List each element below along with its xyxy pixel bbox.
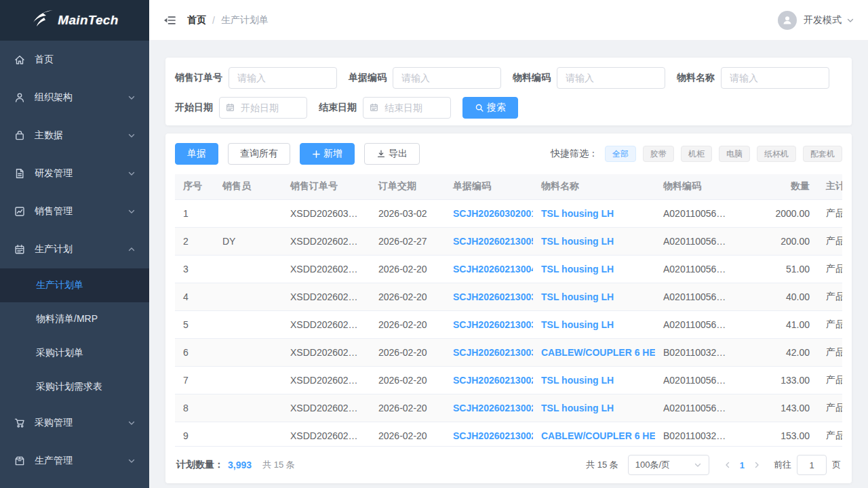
table-row[interactable]: 9XSDD202602…2026-02-20SCJH20260213002-CA…	[175, 422, 842, 446]
sidebar: MainTech 首页组织架构主数据研发管理销售管理生产计划生产计划单物料清单/…	[0, 0, 149, 488]
sidebar-item-master-data[interactable]: 主数据	[0, 117, 149, 155]
toolbar: 单据查询所有新增导出 快捷筛选： 全部胶带机柜电脑纸杯机配套机	[175, 134, 842, 174]
sidebar-item-home[interactable]: 首页	[0, 41, 149, 79]
cell-link[interactable]: CABLEW/COUPLER 6 HE	[541, 347, 655, 358]
quick-filter-pill[interactable]: 电脑	[719, 146, 750, 162]
search-button[interactable]: 搜索	[462, 97, 518, 119]
cell-link[interactable]: SCJH20260213003-	[453, 319, 533, 330]
table-cell: A020110056…	[655, 199, 743, 227]
sidebar-subitem-production-plan-order[interactable]: 生产计划单	[0, 268, 149, 302]
table-cell: 2026-02-20	[370, 422, 445, 446]
cell-link[interactable]: SCJH20260213003-	[453, 291, 533, 302]
sidebar-subitem-bom-mrp[interactable]: 物料清单/MRP	[0, 302, 149, 336]
table-cell: 产品	[818, 255, 842, 283]
table-row[interactable]: 1XSDD202603…2026-03-02SCJH20260302001-TS…	[175, 199, 842, 227]
cell-link[interactable]: SCJH20260302001-	[453, 208, 533, 219]
export-button[interactable]: 导出	[364, 143, 420, 165]
current-page[interactable]: 1	[738, 460, 747, 470]
cell-link[interactable]: SCJH20260213005-	[453, 236, 533, 247]
sidebar-item-org[interactable]: 组织架构	[0, 79, 149, 117]
table-cell: 产品	[818, 422, 842, 446]
goto-page-input[interactable]	[797, 455, 827, 475]
cell-link[interactable]: TSL housing LH	[541, 403, 614, 413]
table-cell: SCJH20260213003-	[445, 310, 533, 338]
chevron-down-icon	[127, 457, 136, 465]
quick-filter-pill[interactable]: 全部	[605, 146, 636, 162]
sidebar-item-rd-mgmt[interactable]: 研发管理	[0, 155, 149, 192]
add-button[interactable]: 新增	[300, 143, 355, 165]
cell-link[interactable]: TSL housing LH	[541, 208, 614, 219]
table-cell: TSL housing LH	[533, 227, 655, 255]
sidebar-item-production-plan[interactable]: 生产计划	[0, 230, 149, 268]
sidebar-item-label: 销售管理	[35, 205, 73, 218]
page-size-select[interactable]: 100条/页	[628, 455, 709, 475]
bag-icon	[14, 129, 26, 142]
topbar: 首页 / 生产计划单 开发模式	[149, 0, 868, 41]
material-name-input[interactable]	[721, 67, 829, 89]
chevron-down-icon	[127, 419, 136, 427]
cell-link[interactable]: SCJH20260213003-	[453, 347, 533, 358]
cell-link[interactable]: SCJH20260213004-	[453, 264, 533, 274]
table-row[interactable]: 2DYXSDD202602…2026-02-27SCJH20260213005-…	[175, 227, 842, 255]
table-cell: XSDD202602…	[282, 283, 370, 310]
table-cell: TSL housing LH	[533, 310, 655, 338]
table-cell: 7	[175, 366, 214, 394]
sidebar-item-purchase-mgmt[interactable]: 采购管理	[0, 404, 149, 442]
table-row[interactable]: 8XSDD202602…2026-02-20SCJH20260213002-TS…	[175, 394, 842, 422]
sidebar-subitem-purchase-plan-demand[interactable]: 采购计划需求表	[0, 370, 149, 404]
cell-link[interactable]: CABLEW/COUPLER 6 HE	[541, 430, 655, 441]
table-row[interactable]: 5XSDD202602…2026-02-20SCJH20260213003-TS…	[175, 310, 842, 338]
table-row[interactable]: 3XSDD202602…2026-02-20SCJH20260213004-TS…	[175, 255, 842, 283]
sidebar-item-label: 主数据	[35, 129, 63, 142]
user-menu[interactable]: 开发模式	[778, 11, 854, 30]
chevron-up-icon	[127, 245, 136, 253]
logo-text: MainTech	[58, 13, 118, 28]
user-icon	[14, 92, 26, 104]
filter-group-material-name: 物料名称	[677, 67, 829, 89]
sidebar-subitem-purchase-plan-order[interactable]: 采购计划单	[0, 336, 149, 370]
sidebar-item-production-mgmt[interactable]: 生产管理	[0, 442, 149, 480]
sidebar-fold-icon[interactable]	[163, 14, 176, 27]
cell-link[interactable]: TSL housing LH	[541, 375, 614, 386]
column-header: 销售订单号	[282, 174, 370, 199]
cell-link[interactable]: TSL housing LH	[541, 236, 614, 247]
doc-code-input[interactable]	[393, 67, 501, 89]
sales-order-no-input[interactable]	[229, 67, 337, 89]
page-content: 销售订单号单据编码物料编码物料名称 开始日期结束日期搜索 单据查询所有新增导出 …	[149, 41, 868, 488]
quick-filter-pill[interactable]: 纸杯机	[757, 146, 796, 162]
filter-label: 物料名称	[677, 72, 715, 84]
page-size-value: 100条/页	[635, 459, 670, 471]
end-date-input[interactable]	[363, 97, 451, 119]
prev-page-icon[interactable]	[717, 461, 738, 469]
query-all-button[interactable]: 查询所有	[228, 143, 290, 165]
cell-link[interactable]: SCJH20260213002-	[453, 403, 533, 413]
filter-group-doc-code: 单据编码	[349, 67, 501, 89]
filter-label: 销售订单号	[175, 72, 222, 84]
table-row[interactable]: 6XSDD202602…2026-02-20SCJH20260213003-CA…	[175, 338, 842, 366]
table-header-row: 序号销售员销售订单号订单交期单据编码物料名称物料编码数量主计	[175, 174, 842, 199]
cell-link[interactable]: SCJH20260213002-	[453, 430, 533, 441]
cell-link[interactable]: SCJH20260213002-	[453, 375, 533, 386]
start-date-input[interactable]	[219, 97, 307, 119]
chevron-down-icon	[694, 461, 702, 469]
cell-link[interactable]: TSL housing LH	[541, 319, 614, 330]
table-cell: XSDD202602…	[282, 310, 370, 338]
next-page-icon[interactable]	[747, 461, 767, 469]
breadcrumb-home[interactable]: 首页	[187, 14, 206, 26]
sidebar-item-sales-mgmt[interactable]: 销售管理	[0, 192, 149, 230]
cell-link[interactable]: TSL housing LH	[541, 291, 614, 302]
material-code-input[interactable]	[557, 67, 665, 89]
table-cell: SCJH20260213003-	[445, 283, 533, 310]
table-cell: 产品	[818, 199, 842, 227]
table-card: 单据查询所有新增导出 快捷筛选： 全部胶带机柜电脑纸杯机配套机 序号销售员销售订…	[165, 134, 852, 483]
table-cell: 2026-02-27	[370, 227, 445, 255]
cell-link[interactable]: TSL housing LH	[541, 264, 614, 274]
quick-filter-pill[interactable]: 胶带	[643, 146, 674, 162]
column-header: 物料名称	[533, 174, 655, 199]
doc-button[interactable]: 单据	[175, 143, 218, 165]
filter-row-text: 销售订单号单据编码物料编码物料名称	[175, 67, 842, 89]
quick-filter-pill[interactable]: 配套机	[803, 146, 842, 162]
table-row[interactable]: 4XSDD202602…2026-02-20SCJH20260213003-TS…	[175, 283, 842, 310]
table-row[interactable]: 7XSDD202602…2026-02-20SCJH20260213002-TS…	[175, 366, 842, 394]
quick-filter-pill[interactable]: 机柜	[681, 146, 712, 162]
